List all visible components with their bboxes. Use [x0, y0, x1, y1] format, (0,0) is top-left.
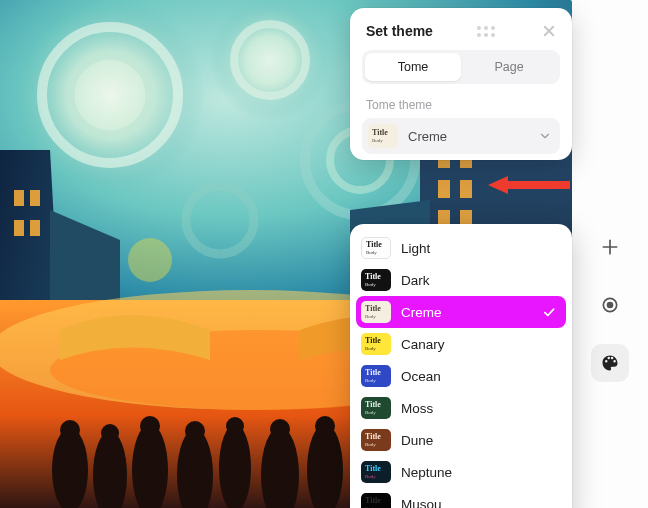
theme-select-value: Creme: [408, 129, 528, 144]
svg-point-38: [60, 420, 80, 440]
theme-option-light[interactable]: TitleBodyLight: [356, 232, 566, 264]
tab-tome[interactable]: Tome: [365, 53, 461, 81]
theme-swatch-icon: TitleBody: [361, 365, 391, 387]
theme-option-label: Creme: [401, 305, 442, 320]
theme-option-ocean[interactable]: TitleBodyOcean: [356, 360, 566, 392]
theme-swatch-icon: TitleBody: [361, 429, 391, 451]
svg-point-40: [140, 416, 160, 436]
section-label: Tome theme: [360, 96, 562, 118]
svg-point-44: [315, 416, 335, 436]
theme-option-canary[interactable]: TitleBodyCanary: [356, 328, 566, 360]
drag-handle-icon[interactable]: [477, 26, 495, 37]
theme-option-label: Dune: [401, 433, 433, 448]
theme-option-label: Ocean: [401, 369, 441, 384]
svg-point-4: [210, 0, 330, 120]
theme-swatch-icon: Title Body: [368, 124, 398, 148]
theme-option-label: Dark: [401, 273, 430, 288]
svg-rect-15: [14, 190, 24, 206]
check-icon: [542, 305, 556, 319]
svg-point-42: [226, 417, 244, 435]
tab-page[interactable]: Page: [461, 53, 557, 81]
theme-swatch-icon: TitleBody: [361, 237, 391, 259]
chevron-down-icon: [538, 129, 552, 143]
set-theme-panel: Set theme Tome Page Tome theme Title Bod…: [350, 8, 572, 160]
svg-point-39: [101, 424, 119, 442]
svg-rect-17: [14, 220, 24, 236]
svg-point-9: [128, 238, 172, 282]
theme-option-moss[interactable]: TitleBodyMoss: [356, 392, 566, 424]
close-icon[interactable]: [540, 22, 558, 40]
theme-option-label: Neptune: [401, 465, 452, 480]
theme-option-musou[interactable]: TitleBodyMusou: [356, 488, 566, 508]
theme-swatch-icon: TitleBody: [361, 333, 391, 355]
theme-option-label: Musou: [401, 497, 442, 509]
theme-button[interactable]: [591, 344, 629, 382]
theme-option-dune[interactable]: TitleBodyDune: [356, 424, 566, 456]
theme-dropdown: TitleBodyLightTitleBodyDarkTitleBodyCrem…: [350, 224, 572, 508]
theme-option-label: Canary: [401, 337, 445, 352]
theme-option-creme[interactable]: TitleBodyCreme: [356, 296, 566, 328]
right-rail: [572, 0, 648, 508]
theme-option-dark[interactable]: TitleBodyDark: [356, 264, 566, 296]
theme-option-label: Moss: [401, 401, 433, 416]
theme-swatch-icon: TitleBody: [361, 397, 391, 419]
theme-swatch-icon: TitleBody: [361, 461, 391, 483]
theme-select[interactable]: Title Body Creme: [362, 118, 560, 154]
panel-title: Set theme: [366, 23, 433, 39]
add-button[interactable]: [591, 228, 629, 266]
svg-rect-22: [460, 180, 472, 198]
svg-point-32: [219, 424, 251, 508]
theme-swatch-icon: TitleBody: [361, 269, 391, 291]
svg-point-43: [270, 419, 290, 439]
svg-rect-18: [30, 220, 40, 236]
svg-point-51: [608, 303, 613, 308]
theme-swatch-icon: TitleBody: [361, 301, 391, 323]
theme-option-label: Light: [401, 241, 430, 256]
scope-segmented-control: Tome Page: [362, 50, 560, 84]
svg-point-41: [185, 421, 205, 441]
record-button[interactable]: [591, 286, 629, 324]
svg-rect-16: [30, 190, 40, 206]
theme-option-neptune[interactable]: TitleBodyNeptune: [356, 456, 566, 488]
svg-rect-21: [438, 180, 450, 198]
theme-swatch-icon: TitleBody: [361, 493, 391, 508]
